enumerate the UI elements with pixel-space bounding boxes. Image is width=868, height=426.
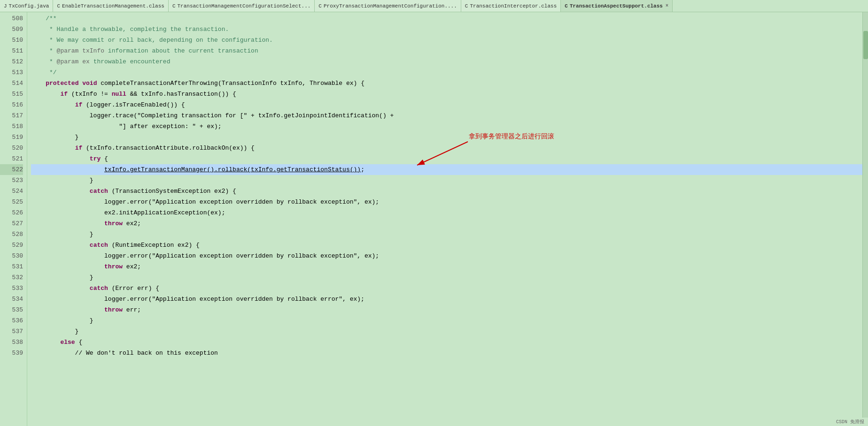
code-line-519: } [31,132,862,143]
tab-icon-proxytxmgmtconfig: C [318,3,322,9]
line-number-508: 508 [0,13,23,24]
line-number-510: 510 [0,35,23,46]
tab-label-txmgmtconfigselect: TransactionManagementConfigurationSelect… [178,3,311,9]
line-number-526: 526 [0,207,23,218]
line-number-513: 513 [0,67,23,78]
code-line-528: } [31,229,862,240]
code-content[interactable]: /** * Handle a throwable, completing the… [27,12,862,426]
code-line-511: * @param txInfo information about the cu… [31,46,862,56]
tab-label-enabletxmgmt: EnableTransactionManagement.class [62,3,164,9]
code-line-532: } [31,272,862,283]
code-line-514: protected void completeTransactionAfterT… [31,78,862,89]
line-number-514: 514 [0,78,23,89]
code-line-509: * Handle a throwable, completing the tra… [31,24,862,35]
line-number-525: 525 [0,197,23,207]
line-number-533: 533 [0,283,23,294]
tab-bar: J TxConfig.java C EnableTransactionManag… [0,0,868,12]
code-line-521: try { [31,153,862,164]
code-line-520: if (txInfo.transactionAttribute.rollback… [31,143,862,153]
line-number-516: 516 [0,99,23,110]
code-line-535: throw err; [31,304,862,315]
code-area: 5085095105115125135145155165175185195205… [0,12,868,426]
line-number-517: 517 [0,110,23,121]
code-line-525: logger.error("Application exception over… [31,197,862,207]
tab-icon-txaspectsupport: C [565,3,568,9]
tab-icon-enabletxmgmt: C [57,3,60,9]
line-number-532: 532 [0,272,23,283]
tab-close-txaspectsupport[interactable]: × [666,3,668,8]
line-number-512: 512 [0,56,23,67]
tab-proxytxmgmtconfig[interactable]: C ProxyTransactionManagementConfiguratio… [315,0,461,12]
line-number-535: 535 [0,304,23,315]
line-number-519: 519 [0,132,23,143]
line-number-531: 531 [0,261,23,272]
code-line-527: throw ex2; [31,218,862,229]
code-line-515: if (txInfo != null && txInfo.hasTransact… [31,89,862,99]
line-number-520: 520 [0,143,23,153]
tab-txinterceptor[interactable]: C TransactionInterceptor.class [461,0,561,12]
code-line-534: logger.error("Application exception over… [31,294,862,304]
code-line-533: catch (Error err) { [31,283,862,294]
line-number-528: 528 [0,229,23,240]
tab-icon-txmgmtconfigselect: C [172,3,176,9]
tab-label-txconfig: TxConfig.java [9,3,49,9]
code-line-518: "] after exception: " + ex); [31,121,862,132]
line-number-524: 524 [0,186,23,197]
line-number-518: 518 [0,121,23,132]
code-line-526: ex2.initApplicationException(ex); [31,207,862,218]
code-line-524: catch (TransactionSystemException ex2) { [31,186,862,197]
bottom-bar: CSDN 免滑报 [832,418,868,426]
line-number-509: 509 [0,24,23,35]
line-number-539: 539 [0,348,23,358]
tab-icon-txconfig: J [4,3,7,9]
tab-icon-txinterceptor: C [465,3,468,9]
tab-label-txinterceptor: TransactionInterceptor.class [470,3,557,9]
tab-txmgmtconfigselect[interactable]: C TransactionManagementConfigurationSele… [169,0,315,12]
code-line-512: * @param ex throwable encountered [31,56,862,67]
code-line-522: txInfo.getTransactionManager().rollback(… [31,164,862,175]
code-line-539: // We don't roll back on this exception [31,348,862,358]
code-line-517: logger.trace("Completing transaction for… [31,110,862,121]
line-number-537: 537 [0,326,23,337]
line-number-536: 536 [0,315,23,326]
line-number-511: 511 [0,46,23,56]
line-number-527: 527 [0,218,23,229]
scrollbar-vertical[interactable] [862,12,868,426]
code-line-523: } [31,175,862,186]
line-number-515: 515 [0,89,23,99]
line-number-529: 529 [0,240,23,251]
code-line-537: } [31,326,862,337]
line-numbers: 5085095105115125135145155165175185195205… [0,12,27,426]
tab-txaspectsupport[interactable]: C TransactionAspectSupport.class × [561,0,673,12]
tab-label-txaspectsupport: TransactionAspectSupport.class [570,3,663,9]
line-number-534: 534 [0,294,23,304]
code-line-531: throw ex2; [31,261,862,272]
line-number-522: 522 [0,164,23,175]
bottom-text: CSDN 免滑报 [836,419,864,425]
tab-label-proxytxmgmtconfig: ProxyTransactionManagementConfiguration.… [324,3,457,9]
code-line-538: else { [31,337,862,348]
code-line-513: */ [31,67,862,78]
code-line-536: } [31,315,862,326]
line-number-521: 521 [0,153,23,164]
tab-txconfig[interactable]: J TxConfig.java [0,0,53,12]
line-number-538: 538 [0,337,23,348]
code-line-530: logger.error("Application exception over… [31,251,862,261]
code-line-510: * We may commit or roll back, depending … [31,35,862,46]
code-line-516: if (logger.isTraceEnabled()) { [31,99,862,110]
code-line-529: catch (RuntimeException ex2) { [31,240,862,251]
code-line-508: /** [31,13,862,24]
tab-enabletxmgmt[interactable]: C EnableTransactionManagement.class [53,0,168,12]
line-number-530: 530 [0,251,23,261]
line-number-523: 523 [0,175,23,186]
